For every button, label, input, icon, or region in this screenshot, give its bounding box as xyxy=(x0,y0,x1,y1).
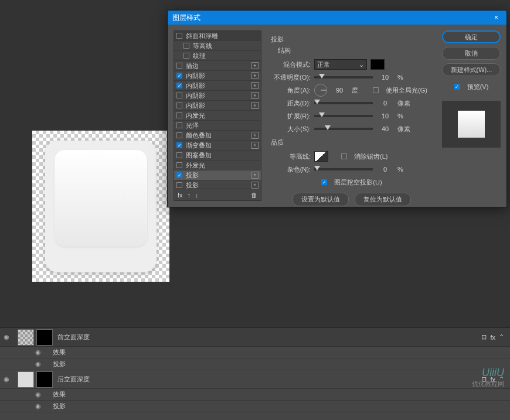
style-item[interactable]: 外发光 xyxy=(174,161,261,170)
layer-row[interactable]: ◉ 后立面深度 ⊡fx⌃ xyxy=(0,370,510,389)
style-checkbox[interactable] xyxy=(176,103,182,108)
style-item[interactable]: 描边+ xyxy=(174,61,261,71)
style-checkbox[interactable] xyxy=(176,152,182,158)
style-checkbox[interactable] xyxy=(176,142,182,148)
blend-mode-select[interactable]: 正常⌄ xyxy=(314,59,367,70)
reset-default-button[interactable]: 复位为默认值 xyxy=(355,193,411,206)
style-checkbox[interactable] xyxy=(176,112,182,118)
layer-thumb[interactable] xyxy=(18,329,34,346)
preview-checkbox[interactable] xyxy=(454,84,460,90)
add-icon[interactable]: + xyxy=(251,102,259,109)
style-item[interactable]: 颜色叠加+ xyxy=(174,131,261,141)
style-item[interactable]: 图案叠加 xyxy=(174,151,261,161)
arrow-up-icon[interactable]: ↑ xyxy=(188,192,191,199)
add-icon[interactable]: + xyxy=(251,72,259,79)
style-checkbox[interactable] xyxy=(176,162,182,168)
angle-value[interactable]: 90 xyxy=(331,87,348,94)
style-label: 内阴影 xyxy=(186,101,205,110)
style-checkbox[interactable] xyxy=(176,122,182,128)
style-item[interactable]: 等高线 xyxy=(174,41,261,51)
style-item[interactable]: 投影+ xyxy=(174,170,261,180)
effects-row[interactable]: ◉效果 xyxy=(0,389,510,401)
dialog-titlebar[interactable]: 图层样式 × xyxy=(168,11,506,25)
style-item[interactable]: 光泽 xyxy=(174,121,261,131)
visibility-icon[interactable]: ◉ xyxy=(35,391,43,399)
visibility-icon[interactable]: ◉ xyxy=(35,349,43,357)
layer-name[interactable]: 前立面深度 xyxy=(57,333,506,342)
style-item[interactable]: 斜面和浮雕 xyxy=(174,31,261,41)
close-icon[interactable]: × xyxy=(491,13,502,22)
layers-panel[interactable]: ◉ 前立面深度 ⊡fx⌃ ◉效果 ◉投影 ◉ 后立面深度 ⊡fx⌃ ◉效果 ◉投… xyxy=(0,327,510,420)
layer-row[interactable]: ◉ 前立面深度 ⊡fx⌃ xyxy=(0,328,510,347)
style-label: 斜面和浮雕 xyxy=(186,32,218,40)
visibility-icon[interactable]: ◉ xyxy=(4,375,12,384)
style-item[interactable]: 渐变叠加+ xyxy=(174,141,261,151)
noise-slider[interactable] xyxy=(314,168,373,170)
spread-slider[interactable] xyxy=(314,115,373,117)
size-slider[interactable] xyxy=(314,128,373,130)
style-checkbox[interactable] xyxy=(183,53,189,59)
add-icon[interactable]: + xyxy=(251,92,259,99)
contour-picker[interactable] xyxy=(314,151,328,162)
style-item[interactable]: 内阴影+ xyxy=(174,71,261,81)
effect-shadow-row[interactable]: ◉投影 xyxy=(0,358,510,370)
add-icon[interactable]: + xyxy=(251,132,259,139)
add-icon[interactable]: + xyxy=(251,62,259,69)
opacity-value[interactable]: 10 xyxy=(376,74,394,81)
styles-list[interactable]: 斜面和浮雕等高线纹理描边+内阴影+内阴影+内阴影+内阴影+内发光光泽颜色叠加+渐… xyxy=(174,30,261,201)
noise-value[interactable]: 0 xyxy=(376,166,394,173)
make-default-button[interactable]: 设置为默认值 xyxy=(293,193,349,206)
antialias-checkbox[interactable] xyxy=(341,153,347,159)
style-checkbox[interactable] xyxy=(176,93,182,98)
layer-mask[interactable] xyxy=(36,371,53,388)
layer-name[interactable]: 后立面深度 xyxy=(57,375,506,384)
new-style-button[interactable]: 新建样式(W)... xyxy=(442,63,501,76)
visibility-icon[interactable]: ◉ xyxy=(35,360,43,368)
style-checkbox[interactable] xyxy=(176,63,182,69)
visibility-icon[interactable]: ◉ xyxy=(35,402,43,411)
visibility-icon[interactable]: ◉ xyxy=(4,333,12,342)
style-item[interactable]: 纹理 xyxy=(174,51,261,61)
style-label: 投影 xyxy=(186,171,199,180)
fx-label[interactable]: fx xyxy=(178,192,183,199)
ok-button[interactable]: 确定 xyxy=(442,30,501,43)
style-label: 光泽 xyxy=(186,121,199,130)
distance-value[interactable]: 0 xyxy=(376,100,394,107)
document-checkerboard[interactable] xyxy=(32,131,169,282)
link-icon[interactable]: ⊡ xyxy=(481,333,487,341)
effect-shadow-row[interactable]: ◉投影 xyxy=(0,401,510,412)
collapse-icon[interactable]: ⌃ xyxy=(499,333,504,341)
style-checkbox[interactable] xyxy=(183,43,189,49)
style-label: 描边 xyxy=(186,62,199,70)
layer-mask[interactable] xyxy=(36,329,53,346)
style-item[interactable]: 内发光 xyxy=(174,111,261,121)
style-checkbox[interactable] xyxy=(176,83,182,88)
style-item[interactable]: 内阴影+ xyxy=(174,91,261,101)
effects-row[interactable]: ◉效果 xyxy=(0,347,510,358)
opacity-slider[interactable] xyxy=(314,76,373,78)
add-icon[interactable]: + xyxy=(251,82,259,89)
style-label: 内发光 xyxy=(186,111,205,120)
arrow-down-icon[interactable]: ↓ xyxy=(195,192,199,199)
style-checkbox[interactable] xyxy=(176,182,182,188)
size-value[interactable]: 40 xyxy=(376,125,394,132)
style-checkbox[interactable] xyxy=(176,73,182,78)
knockout-checkbox[interactable] xyxy=(321,179,327,185)
cancel-button[interactable]: 取消 xyxy=(442,47,501,60)
spread-value[interactable]: 10 xyxy=(376,112,394,119)
style-item[interactable]: 内阴影+ xyxy=(174,101,261,111)
add-icon[interactable]: + xyxy=(251,142,259,149)
angle-dial[interactable] xyxy=(314,84,327,97)
distance-slider[interactable] xyxy=(314,102,373,104)
style-checkbox[interactable] xyxy=(176,132,182,138)
layer-thumb[interactable] xyxy=(18,371,34,388)
add-icon[interactable]: + xyxy=(251,182,259,189)
style-checkbox[interactable] xyxy=(176,172,182,178)
style-item[interactable]: 内阴影+ xyxy=(174,81,261,91)
global-light-checkbox[interactable] xyxy=(373,87,379,93)
style-checkbox[interactable] xyxy=(176,33,182,39)
trash-icon[interactable]: 🗑 xyxy=(251,192,257,199)
fx-badge[interactable]: fx xyxy=(490,334,495,341)
color-swatch[interactable] xyxy=(370,59,385,70)
add-icon[interactable]: + xyxy=(251,172,259,179)
